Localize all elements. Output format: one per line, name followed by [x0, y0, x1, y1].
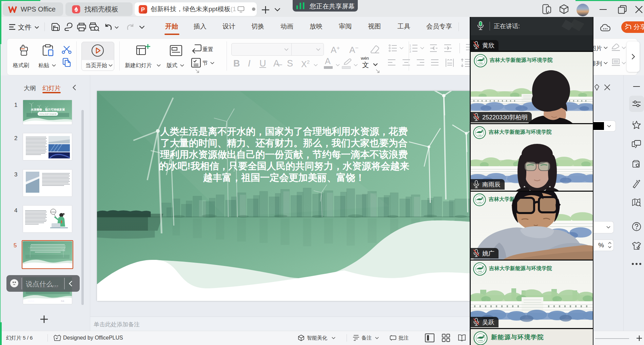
svg-text:CNEE: CNEE: [478, 340, 483, 342]
svg-text:GOAL: GOAL: [51, 211, 56, 213]
svg-text:3: 3: [409, 50, 411, 53]
svg-text:PLUS: PLUS: [61, 301, 64, 302]
svg-text:水润青春，助力可持续发展: 水润青春，助力可持续发展: [31, 108, 65, 111]
svg-text:CNEE: CNEE: [478, 271, 482, 272]
svg-text:P: P: [141, 6, 145, 13]
svg-text:的水吧!我相信，只要全国人民的共同努力，水资源将会越来: 的水吧!我相信，只要全国人民的共同努力，水资源将会越来: [159, 161, 409, 171]
svg-text:理利用水资源做出自己的一份贡献，节约每一滴本不该浪费: 理利用水资源做出自己的一份贡献，节约每一滴本不该浪费: [160, 149, 408, 160]
svg-text:OfficePLUS: OfficePLUS: [28, 301, 34, 302]
svg-text:2023水资源可持续发展: 2023水资源可持续发展: [39, 113, 56, 115]
svg-text:了大量的时间、精力、还有财力。那么，我们大家也要为合: 了大量的时间、精力、还有财力。那么，我们大家也要为合: [160, 138, 408, 148]
svg-text:人类生活是离不开水的，国家为了合理地利用水资源，花费: 人类生活是离不开水的，国家为了合理地利用水资源，花费: [160, 126, 408, 137]
svg-text:越丰富，祖国一定会更加美丽、富饶！: 越丰富，祖国一定会更加美丽、富饶！: [203, 172, 365, 183]
